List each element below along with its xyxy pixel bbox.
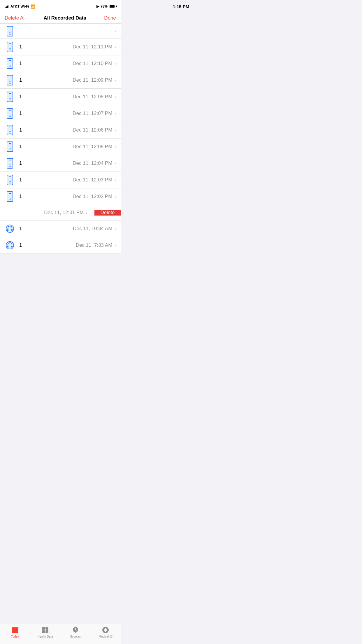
row-count: 1 [18,94,24,100]
iphone-device-icon [5,158,15,169]
list-row[interactable]: 1Dec 11, 12:04 PM› [0,155,121,172]
chevron-right-icon: › [115,45,116,49]
row-count: 1 [18,160,24,166]
location-icon: ▶ [96,4,99,8]
chevron-right-icon: › [115,161,116,166]
status-left: AT&T Wi-Fi 📶 [5,4,35,9]
signal-bars-icon [5,5,9,8]
row-date: Dec 11, 12:01 PM [44,210,84,216]
delete-swipe-button[interactable]: Delete [94,210,121,216]
list-row[interactable]: 1Dec 11, 12:06 PM› [0,122,121,139]
row-count: 1 [18,242,24,248]
list-row[interactable]: 1Dec 11, 12:10 PM› [0,55,121,72]
list-row[interactable]: 1Dec 11, 10:34 AM› [0,220,121,237]
iphone-device-icon [5,141,15,152]
iphone-device-icon [5,108,15,119]
list-row[interactable]: 1Dec 11, 12:09 PM› [0,72,121,89]
row-date: Dec 11, 12:04 PM [73,160,112,166]
row-date: Dec 11, 12:06 PM [73,127,112,133]
row-date: Dec 11, 10:34 AM [73,226,112,232]
list-row[interactable]: 1Dec 11, 12:02 PM› [0,188,121,205]
row-count: 1 [18,77,24,83]
row-date: Dec 11, 12:09 PM [73,77,112,83]
headphones-device-icon [5,240,15,251]
battery-percent: 78% [101,4,108,8]
row-date: Dec 11, 12:03 PM [73,177,112,183]
row-date: Dec 11, 12:10 PM [73,61,112,66]
row-count: 1 [18,144,24,150]
chevron-right-icon: › [115,94,116,99]
list-row[interactable]: 1Dec 11, 12:11 PM› [0,39,121,55]
row-date: Dec 11, 12:08 PM [73,94,112,100]
svg-rect-2 [11,229,13,231]
list-row[interactable]: › [0,24,121,39]
nav-bar: Delete All All Recorded Data Done [0,13,121,24]
list-row[interactable]: 1Dec 11, 12:03 PM› [0,172,121,188]
delete-all-button[interactable]: Delete All [5,15,26,21]
svg-rect-1 [7,229,8,231]
iphone-device-icon [5,75,15,85]
swipe-row-content: Dec 11, 12:01 PM› [0,205,94,220]
list-row[interactable]: 1Dec 11, 12:05 PM› [0,139,121,155]
data-list: ›1Dec 11, 12:11 PM›1Dec 11, 12:10 PM›1De… [0,24,121,254]
svg-rect-5 [11,246,13,248]
nav-title: All Recorded Data [43,15,86,21]
swipe-row[interactable]: Dec 11, 12:01 PM›Delete [0,205,121,220]
row-count: 1 [18,61,24,66]
iphone-device-icon [5,42,15,52]
list-row[interactable]: 1Dec 11, 12:08 PM› [0,89,121,105]
chevron-right-icon: › [115,144,116,149]
row-date: Dec 11, 12:11 PM [73,44,112,50]
chevron-right-icon: › [115,128,116,132]
list-row[interactable]: 1Dec 11, 12:07 PM› [0,105,121,122]
row-count: 1 [18,177,24,183]
row-date: Dec 11, 12:02 PM [73,194,112,200]
chevron-right-icon: › [115,243,116,248]
done-button[interactable]: Done [104,15,116,21]
chevron-right-icon: › [115,111,116,116]
status-right: ▶ 78% [96,4,116,8]
row-date: Dec 11, 12:07 PM [73,111,112,116]
row-count: 1 [18,194,24,200]
carrier-label: AT&T Wi-Fi [10,4,29,8]
svg-rect-4 [7,246,8,248]
chevron-right-icon: › [115,194,116,199]
chevron-right-icon: › [115,61,116,66]
row-date: Dec 11, 12:05 PM [73,144,112,150]
iphone-device-icon [5,191,15,202]
headphones-device-icon [5,223,15,234]
row-date: Dec 11, 7:33 AM [76,242,113,248]
iphone-device-icon [5,26,15,36]
iphone-device-icon [5,58,15,69]
iphone-device-icon [5,92,15,102]
chevron-right-icon: › [115,29,116,34]
list-row[interactable]: 1Dec 11, 7:33 AM› [0,237,121,254]
battery-icon [109,5,116,8]
chevron-right-icon: › [115,78,116,83]
row-count: 1 [18,111,24,116]
chevron-right-icon: › [115,226,116,231]
chevron-right-icon: › [115,178,116,182]
iphone-device-icon [5,175,15,185]
chevron-right-icon: › [86,210,87,215]
row-count: 1 [18,226,24,232]
row-count: 1 [18,127,24,133]
row-count: 1 [18,44,24,50]
wifi-icon: 📶 [31,4,35,9]
status-bar: AT&T Wi-Fi 📶 1:15 PM ▶ 78% [0,0,121,13]
iphone-device-icon [5,125,15,135]
